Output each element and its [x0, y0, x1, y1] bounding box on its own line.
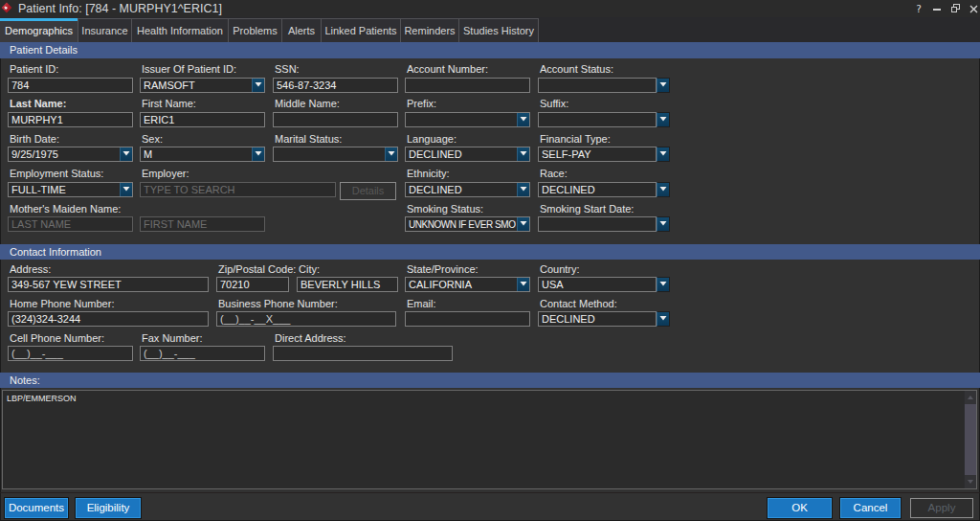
contact-method-dropdown-icon: [659, 316, 667, 321]
business-phone-number-label: Business Phone Number:: [218, 298, 338, 309]
city-input[interactable]: BEVERLY HILLS: [297, 277, 398, 292]
account-number-label: Account Number:: [407, 63, 488, 75]
marital-status-dropdown-button[interactable]: [385, 147, 397, 161]
prefix-combobox[interactable]: [405, 112, 530, 127]
country-dropdown-button[interactable]: [657, 277, 670, 292]
middle-name-label: Middle Name:: [275, 98, 340, 109]
state-province-dropdown-button[interactable]: [517, 278, 529, 291]
minimize-button[interactable]: [928, 0, 946, 17]
smoking-start-date-dropdown-button[interactable]: [657, 216, 670, 232]
window-title: Patient Info: [784 - MURPHY1^ERIC1]: [18, 2, 222, 15]
ssn-input[interactable]: 546-87-3234: [273, 78, 398, 93]
smoking-start-date-dropdown-icon: [659, 221, 667, 226]
account-number-input[interactable]: [405, 78, 530, 93]
close-button[interactable]: [965, 0, 980, 17]
suffix-label: Suffix:: [540, 98, 568, 109]
documents-button[interactable]: Documents: [5, 498, 68, 518]
marital-status-combobox[interactable]: [273, 147, 398, 162]
language-value: DECLINED: [409, 147, 516, 161]
employment-status-combobox[interactable]: FULL-TIME: [8, 182, 133, 197]
smoking-start-date-combobox[interactable]: [538, 216, 657, 232]
account-status-combobox[interactable]: [538, 78, 657, 93]
sex-dropdown-button[interactable]: [252, 147, 264, 161]
scroll-up-button[interactable]: [965, 391, 976, 404]
prefix-value: [409, 113, 516, 126]
language-dropdown-button[interactable]: [517, 147, 529, 161]
tab-insurance[interactable]: Insurance: [78, 18, 131, 42]
smoking-status-combobox[interactable]: UNKNOWN IF EVER SMOK: [405, 216, 530, 232]
scroll-up-icon: [968, 396, 973, 399]
financial-type-combobox[interactable]: SELF-PAY: [538, 147, 657, 162]
issuer-of-patient-id-dropdown-icon: [255, 82, 262, 87]
smoking-status-dropdown-icon: [520, 221, 527, 226]
scroll-down-button[interactable]: [965, 475, 976, 488]
fax-number-input[interactable]: (__)__-___: [140, 346, 265, 361]
contact-method-combobox[interactable]: DECLINED: [538, 311, 657, 327]
help-button[interactable]: ?: [910, 0, 927, 17]
mothers-maiden-last-input[interactable]: LAST NAME: [8, 216, 133, 232]
sex-combobox[interactable]: M: [140, 147, 265, 162]
issuer-of-patient-id-combobox[interactable]: RAMSOFT: [140, 78, 265, 93]
issuer-of-patient-id-value: RAMSOFT: [144, 79, 251, 92]
ethnicity-combobox[interactable]: DECLINED: [405, 182, 530, 197]
tab-linked-patients[interactable]: Linked Patients: [321, 18, 400, 42]
language-dropdown-icon: [520, 151, 527, 156]
country-combobox[interactable]: USA: [538, 277, 657, 292]
patient-id-value: 784: [11, 79, 130, 92]
eligibility-button[interactable]: Eligibility: [76, 498, 141, 518]
smoking-status-label: Smoking Status:: [407, 203, 483, 215]
race-combobox[interactable]: DECLINED: [538, 182, 657, 197]
employment-status-value: FULL-TIME: [11, 183, 119, 196]
zip-postal-code-input[interactable]: 70210: [216, 277, 289, 292]
suffix-dropdown-button[interactable]: [657, 112, 670, 127]
cell-phone-number-input[interactable]: (__)__-___: [8, 346, 133, 361]
cancel-button[interactable]: Cancel: [840, 498, 901, 518]
employment-status-dropdown-button[interactable]: [120, 183, 132, 196]
mothers-maiden-first-input[interactable]: FIRST NAME: [140, 216, 265, 232]
tab-health-information[interactable]: Health Information: [131, 18, 228, 42]
ethnicity-dropdown-button[interactable]: [517, 183, 529, 196]
middle-name-value: [277, 113, 395, 126]
smoking-start-date-value: [542, 217, 654, 231]
home-phone-number-input[interactable]: (324)324-3244: [8, 311, 209, 327]
birth-date-combobox[interactable]: 9/25/1975: [8, 147, 133, 162]
business-phone-number-input[interactable]: (__)__-__X___: [216, 311, 396, 327]
contact-method-dropdown-button[interactable]: [657, 311, 670, 327]
financial-type-value: SELF-PAY: [542, 147, 654, 161]
prefix-dropdown-button[interactable]: [517, 113, 529, 126]
smoking-status-dropdown-button[interactable]: [517, 217, 529, 231]
state-province-combobox[interactable]: CALIFORNIA: [405, 277, 530, 292]
email-input[interactable]: [405, 311, 530, 327]
notes-scrollbar[interactable]: [964, 391, 976, 488]
middle-name-input[interactable]: [273, 112, 398, 127]
details-button[interactable]: Details: [340, 182, 396, 200]
account-number-value: [409, 79, 527, 92]
birth-date-dropdown-button[interactable]: [120, 147, 132, 161]
language-combobox[interactable]: DECLINED: [405, 147, 530, 162]
section-header-contact-information: Contact Information: [0, 244, 980, 260]
first-name-label: First Name:: [142, 98, 196, 109]
last-name-input[interactable]: MURPHY1: [8, 112, 133, 127]
tab-problems[interactable]: Problems: [228, 18, 281, 42]
apply-button[interactable]: Apply: [910, 498, 973, 518]
marital-status-dropdown-icon: [388, 151, 395, 156]
ok-button[interactable]: OK: [768, 498, 832, 518]
tab-alerts[interactable]: Alerts: [281, 18, 321, 42]
employer-input[interactable]: TYPE TO SEARCH: [140, 182, 336, 197]
issuer-of-patient-id-dropdown-button[interactable]: [252, 79, 264, 92]
financial-type-dropdown-button[interactable]: [657, 147, 670, 162]
account-status-dropdown-button[interactable]: [657, 78, 670, 93]
restore-button[interactable]: [947, 0, 964, 17]
tab-reminders[interactable]: Reminders: [400, 18, 458, 42]
suffix-combobox[interactable]: [538, 112, 657, 127]
tab-studies-history[interactable]: Studies History: [458, 18, 539, 42]
notes-textarea[interactable]: LBP/EMMERSON: [2, 390, 977, 489]
race-dropdown-button[interactable]: [657, 182, 670, 197]
close-icon: [969, 5, 978, 13]
address-input[interactable]: 349-567 YEW STREET: [8, 277, 209, 292]
tab-demographics[interactable]: Demographics: [0, 18, 78, 42]
direct-address-input[interactable]: [273, 346, 453, 361]
country-label: Country:: [540, 263, 580, 275]
patient-id-input[interactable]: 784: [8, 78, 133, 93]
first-name-input[interactable]: ERIC1: [140, 112, 265, 127]
